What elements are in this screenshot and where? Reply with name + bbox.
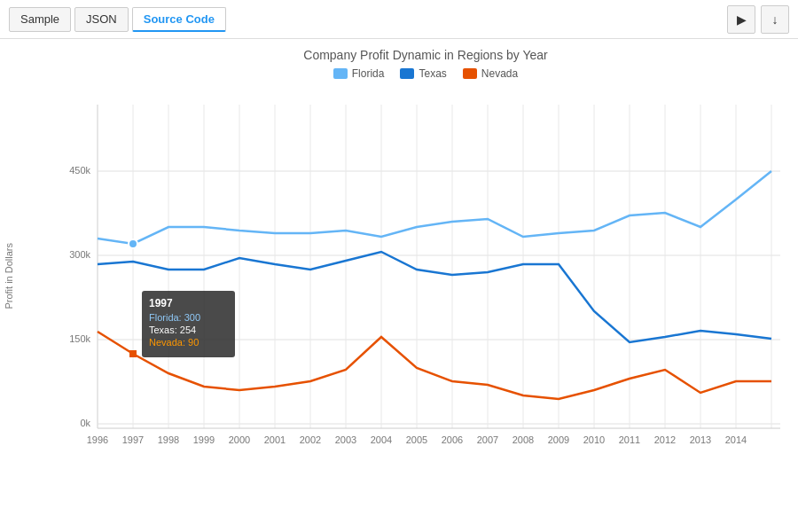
chart-legend: Florida Texas Nevada xyxy=(53,67,798,80)
svg-text:2004: 2004 xyxy=(371,434,392,445)
tab-sample[interactable]: Sample xyxy=(9,7,71,32)
svg-text:2003: 2003 xyxy=(335,434,356,445)
svg-text:2005: 2005 xyxy=(406,434,427,445)
svg-text:2006: 2006 xyxy=(442,434,463,445)
toolbar-tabs: Sample JSON Source Code xyxy=(9,7,226,32)
legend-texas-color xyxy=(400,68,414,79)
legend-florida-color xyxy=(333,68,348,79)
legend-texas-label: Texas xyxy=(419,67,446,80)
legend-texas: Texas xyxy=(400,67,446,80)
legend-nevada-color xyxy=(463,68,477,79)
svg-text:1997: 1997 xyxy=(122,434,144,445)
svg-text:0k: 0k xyxy=(80,418,90,428)
svg-text:2011: 2011 xyxy=(619,434,640,445)
svg-text:1998: 1998 xyxy=(158,434,179,445)
svg-text:2014: 2014 xyxy=(725,434,747,445)
toolbar-actions: ▶ ↓ xyxy=(727,5,789,34)
svg-text:2001: 2001 xyxy=(264,434,286,445)
download-button[interactable]: ↓ xyxy=(761,5,789,34)
nevada-hover-dot xyxy=(129,350,137,357)
svg-text:2008: 2008 xyxy=(512,434,534,445)
florida-hover-dot xyxy=(129,239,137,248)
tooltip-texas: Texas: 254 xyxy=(149,325,196,335)
chart-svg-area[interactable]: 0k 150k 300k 450k xyxy=(62,87,789,477)
svg-text:2012: 2012 xyxy=(654,434,676,445)
tab-source-code[interactable]: Source Code xyxy=(132,7,226,32)
florida-line xyxy=(98,171,771,244)
legend-florida: Florida xyxy=(333,67,385,80)
y-axis-label: Profit in Dollars xyxy=(4,243,14,309)
svg-text:2009: 2009 xyxy=(548,434,569,445)
chart-container: Profit in Dollars Company Profit Dynamic… xyxy=(0,39,798,532)
svg-text:2007: 2007 xyxy=(477,434,498,445)
svg-text:2000: 2000 xyxy=(229,434,250,445)
legend-nevada: Nevada xyxy=(463,67,518,80)
svg-text:2013: 2013 xyxy=(690,434,711,445)
toolbar: Sample JSON Source Code ▶ ↓ xyxy=(0,0,798,39)
chart-svg: 0k 150k 300k 450k xyxy=(62,87,789,477)
legend-nevada-label: Nevada xyxy=(481,67,518,80)
tooltip-florida: Florida: 300 xyxy=(149,312,200,323)
tooltip-nevada: Nevada: 90 xyxy=(149,337,199,348)
svg-text:150k: 150k xyxy=(69,333,90,344)
svg-text:2010: 2010 xyxy=(583,434,605,445)
svg-text:450k: 450k xyxy=(69,165,90,176)
tab-json[interactable]: JSON xyxy=(74,7,129,32)
svg-text:2002: 2002 xyxy=(300,434,321,445)
tooltip-year: 1997 xyxy=(149,297,173,309)
run-button[interactable]: ▶ xyxy=(727,5,755,34)
svg-text:300k: 300k xyxy=(69,249,90,260)
svg-text:1996: 1996 xyxy=(87,434,108,445)
legend-florida-label: Florida xyxy=(352,67,385,80)
chart-title: Company Profit Dynamic in Regions by Yea… xyxy=(53,48,798,62)
svg-text:1999: 1999 xyxy=(193,434,215,445)
